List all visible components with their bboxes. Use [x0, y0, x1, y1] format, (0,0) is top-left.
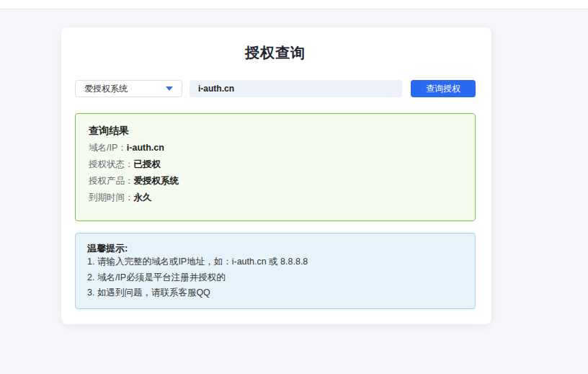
- result-row-product: 授权产品：爱授权系统: [89, 176, 462, 187]
- product-select[interactable]: 爱授权系统: [75, 80, 182, 97]
- tips-title: 温馨提示:: [87, 242, 463, 254]
- query-result-panel: 查询结果 域名/IP：i-auth.cn 授权状态：已授权 授权产品：爱授权系统…: [75, 113, 476, 221]
- result-row-expiry: 到期时间：永久: [89, 192, 462, 203]
- domain-input[interactable]: [190, 80, 402, 97]
- tips-panel: 温馨提示: 1. 请输入完整的域名或IP地址，如：i-auth.cn 或 8.8…: [75, 233, 476, 309]
- query-form: 爱授权系统 查询授权: [75, 80, 476, 97]
- tips-item-3: 3. 如遇到问题，请联系客服QQ: [87, 285, 463, 301]
- result-row-domain: 域名/IP：i-auth.cn: [89, 143, 462, 153]
- result-value: 永久: [134, 192, 152, 202]
- product-select-value: 爱授权系统: [84, 83, 166, 95]
- result-value: 已授权: [134, 159, 161, 169]
- tips-item-1: 1. 请输入完整的域名或IP地址，如：i-auth.cn 或 8.8.8.8: [87, 254, 463, 270]
- top-bar: [0, 0, 588, 9]
- caret-down-icon: [166, 86, 173, 91]
- page-title: 授权查询: [75, 45, 476, 61]
- result-label: 授权产品：: [89, 176, 134, 186]
- auth-query-card: 授权查询 爱授权系统 查询授权 查询结果 域名/IP：i-auth.cn 授权状…: [61, 27, 491, 324]
- result-label: 授权状态：: [89, 159, 134, 169]
- query-auth-button[interactable]: 查询授权: [411, 80, 476, 97]
- tips-item-2: 2. 域名/IP必须是平台注册并授权的: [87, 270, 463, 286]
- result-label: 到期时间：: [89, 192, 134, 202]
- result-value: 爱授权系统: [134, 176, 179, 186]
- result-title: 查询结果: [89, 125, 462, 137]
- result-value: i-auth.cn: [127, 143, 164, 153]
- result-label: 域名/IP：: [89, 143, 127, 153]
- result-row-status: 授权状态：已授权: [89, 159, 462, 170]
